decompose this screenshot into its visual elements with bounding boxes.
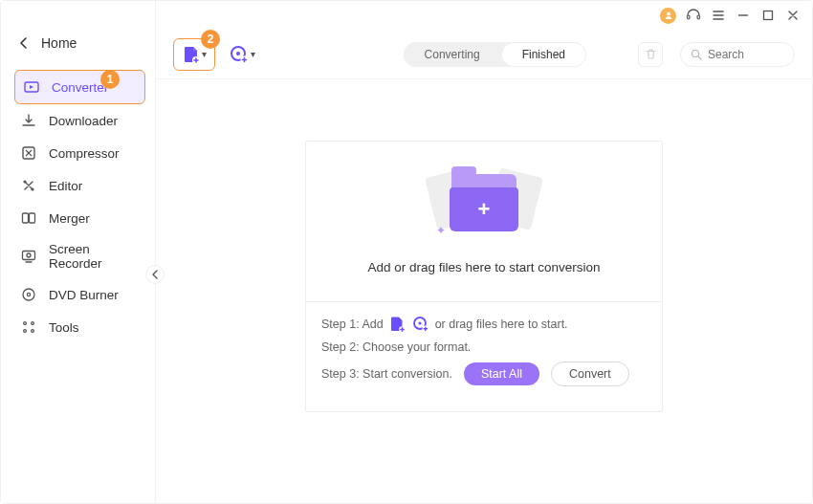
svg-rect-5	[30, 213, 35, 223]
add-disc-icon[interactable]	[412, 316, 429, 333]
search-icon	[691, 49, 702, 60]
account-avatar-icon[interactable]	[660, 8, 676, 24]
step-2-label: Step 2: Choose your format.	[321, 340, 471, 354]
svg-rect-15	[688, 15, 690, 19]
svg-point-22	[692, 50, 698, 56]
sidebar-item-merger[interactable]: Merger	[1, 202, 155, 234]
home-label: Home	[41, 35, 77, 51]
sidebar-item-tools[interactable]: Tools	[1, 311, 155, 343]
converter-icon	[23, 78, 40, 96]
svg-point-14	[667, 12, 670, 16]
sidebar-item-screen-recorder[interactable]: Screen Recorder	[1, 234, 155, 278]
toolbar: ▾ 2 ▾ Converting Finished	[156, 30, 812, 79]
sidebar-item-label: Converter	[52, 80, 108, 95]
sidebar-item-label: Downloader	[49, 114, 118, 128]
window-maximize-button[interactable]	[760, 8, 776, 23]
home-button[interactable]: Home	[1, 28, 155, 58]
start-all-button[interactable]: Start All	[464, 362, 539, 385]
svg-point-2	[23, 180, 26, 183]
step-1: Step 1: Add or drag files here to start.	[321, 316, 647, 333]
sidebar-item-label: DVD Burner	[49, 288, 119, 302]
svg-point-25	[418, 321, 421, 324]
add-file-icon	[183, 45, 200, 64]
add-disc-button[interactable]: ▾	[225, 38, 259, 71]
back-icon	[20, 37, 28, 49]
svg-point-13	[32, 330, 34, 333]
drop-zone[interactable]: + ✦ Add or drag files here to start conv…	[306, 142, 662, 301]
svg-point-20	[236, 52, 240, 55]
svg-point-8	[23, 289, 34, 300]
step-1-label-a: Step 1: Add	[321, 318, 384, 331]
editor-icon	[20, 177, 37, 194]
sidebar: Home Converter Downloader Compressor	[1, 1, 156, 503]
sidebar-nav: Converter Downloader Compressor Editor	[1, 70, 155, 343]
sparkle-icon: ✦	[436, 224, 446, 237]
sidebar-item-editor[interactable]: Editor	[1, 169, 155, 202]
merger-icon	[20, 209, 37, 227]
trash-icon	[645, 48, 657, 60]
app-window: Home Converter Downloader Compressor	[0, 0, 813, 504]
convert-button[interactable]: Convert	[551, 362, 629, 386]
svg-point-7	[27, 253, 31, 257]
sidebar-item-label: Editor	[49, 179, 82, 193]
tab-finished[interactable]: Finished	[501, 42, 586, 67]
folder-illustration: + ✦	[427, 168, 541, 243]
sidebar-item-label: Merger	[49, 211, 90, 226]
compressor-icon	[20, 144, 37, 162]
step-3-label: Step 3: Start conversion.	[321, 367, 452, 381]
tab-converting[interactable]: Converting	[404, 42, 501, 67]
add-disc-icon	[230, 45, 249, 64]
chevron-down-icon: ▾	[251, 49, 255, 59]
svg-point-3	[31, 187, 33, 190]
callout-badge-2: 2	[201, 30, 220, 49]
steps-panel: Step 1: Add or drag files here to start.…	[306, 301, 662, 411]
plus-icon: +	[478, 197, 491, 222]
drop-zone-text: Add or drag files here to start conversi…	[367, 260, 600, 274]
svg-point-12	[24, 330, 27, 333]
step-3: Step 3: Start conversion. Start All Conv…	[321, 362, 647, 386]
add-file-icon[interactable]	[389, 316, 406, 333]
titlebar	[156, 1, 812, 30]
sidebar-item-label: Tools	[49, 320, 79, 335]
conversion-card: + ✦ Add or drag files here to start conv…	[305, 141, 663, 412]
main-panel: ▾ 2 ▾ Converting Finished	[156, 1, 812, 503]
search-box[interactable]	[680, 42, 795, 67]
sidebar-item-converter[interactable]: Converter	[14, 70, 145, 104]
sidebar-item-downloader[interactable]: Downloader	[1, 104, 155, 137]
callout-badge-1: 1	[100, 70, 120, 89]
sidebar-item-label: Screen Recorder	[49, 242, 143, 271]
chevron-down-icon: ▾	[202, 49, 207, 59]
dvd-burner-icon	[20, 286, 37, 303]
tools-icon	[20, 318, 37, 336]
support-icon[interactable]	[686, 8, 701, 23]
clear-list-button[interactable]	[638, 42, 663, 67]
add-file-button[interactable]: ▾ 2	[173, 38, 215, 71]
menu-icon[interactable]	[711, 8, 726, 23]
status-tabs: Converting Finished	[404, 42, 586, 67]
sidebar-item-label: Compressor	[49, 146, 120, 161]
step-2: Step 2: Choose your format.	[321, 340, 647, 354]
svg-point-11	[32, 322, 34, 325]
sidebar-item-compressor[interactable]: Compressor	[1, 137, 155, 169]
svg-rect-4	[23, 213, 29, 223]
search-input[interactable]	[708, 48, 784, 61]
svg-rect-17	[764, 11, 773, 20]
svg-rect-6	[23, 252, 35, 260]
window-close-button[interactable]	[785, 8, 801, 23]
screen-recorder-icon	[20, 248, 37, 265]
downloader-icon	[20, 112, 37, 129]
svg-point-10	[24, 322, 27, 325]
window-minimize-button[interactable]	[736, 8, 751, 23]
sidebar-item-dvd-burner[interactable]: DVD Burner	[1, 278, 155, 311]
svg-rect-16	[697, 15, 699, 19]
step-1-label-b: or drag files here to start.	[435, 318, 568, 331]
content-area: + ✦ Add or drag files here to start conv…	[156, 79, 812, 503]
svg-point-9	[27, 293, 30, 296]
